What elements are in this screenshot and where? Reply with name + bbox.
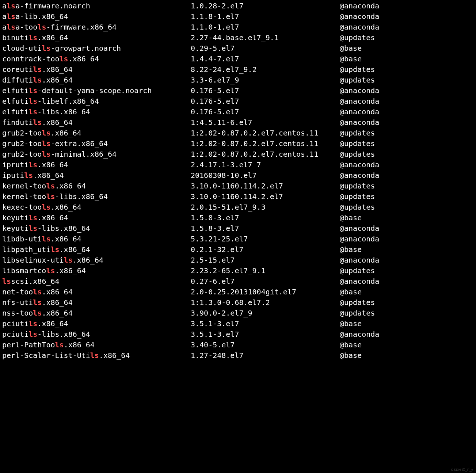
package-row: keyutils-libs.x86_641.5.8-3.el7@anaconda bbox=[2, 223, 474, 234]
match-highlight: ls bbox=[28, 107, 37, 116]
package-name: libselinux-utils.x86_64 bbox=[2, 255, 191, 266]
package-version: 1.4.4-7.el7 bbox=[191, 54, 340, 64]
package-repo: @anaconda bbox=[340, 234, 474, 244]
package-version: 2.27-44.base.el7_9.1 bbox=[191, 33, 340, 43]
package-row: alsa-lib.x86_641.1.8-1.el7@anaconda bbox=[2, 11, 474, 22]
package-name: net-tools.x86_64 bbox=[2, 287, 191, 297]
package-name: lsscsi.x86_64 bbox=[2, 276, 191, 287]
match-highlight: ls bbox=[42, 234, 50, 243]
match-highlight: ls bbox=[7, 23, 15, 31]
match-highlight: ls bbox=[42, 44, 50, 53]
match-highlight: ls bbox=[33, 287, 42, 296]
match-highlight: ls bbox=[55, 340, 64, 349]
package-repo: @anaconda bbox=[340, 223, 474, 234]
package-repo: @updates bbox=[340, 128, 474, 138]
package-row: coreutils.x86_648.22-24.el7_9.2@updates bbox=[2, 64, 474, 75]
package-row: lsscsi.x86_640.27-6.el7@anaconda bbox=[2, 276, 474, 287]
package-version: 3.3-6.el7_9 bbox=[191, 75, 340, 85]
package-version: 0.27-6.el7 bbox=[191, 276, 340, 287]
terminal-output[interactable]: alsa-firmware.noarch1.0.28-2.el7@anacond… bbox=[0, 0, 476, 361]
package-version: 5.3.21-25.el7 bbox=[191, 234, 340, 244]
package-repo: @anaconda bbox=[340, 276, 474, 287]
package-version: 0.176-5.el7 bbox=[191, 107, 340, 117]
package-version: 1:4.5.11-6.el7 bbox=[191, 117, 340, 128]
package-row: grub2-tools.x86_641:2.02-0.87.0.2.el7.ce… bbox=[2, 128, 474, 138]
match-highlight: ls bbox=[60, 54, 68, 63]
package-name: iprutils.x86_64 bbox=[2, 160, 191, 170]
match-highlight: ls bbox=[28, 224, 37, 233]
package-version: 1.27-248.el7 bbox=[191, 350, 340, 361]
package-version: 20160308-10.el7 bbox=[191, 170, 340, 181]
package-name: elfutils-libs.x86_64 bbox=[2, 107, 191, 117]
match-highlight: ls bbox=[33, 309, 42, 317]
package-row: nfs-utils.x86_641:1.3.0-0.68.el7.2@updat… bbox=[2, 297, 474, 308]
package-row: libpath_utils.x86_640.2.1-32.el7@base bbox=[2, 244, 474, 255]
package-repo: @anaconda bbox=[340, 170, 474, 181]
package-repo: @updates bbox=[340, 181, 474, 191]
package-version: 1.1.0-1.el7 bbox=[191, 22, 340, 33]
package-version: 1.5.8-3.el7 bbox=[191, 223, 340, 234]
match-highlight: ls bbox=[33, 298, 42, 307]
match-highlight: ls bbox=[42, 139, 50, 148]
match-highlight: ls bbox=[37, 23, 46, 31]
package-row: perl-Scalar-List-Utils.x86_641.27-248.el… bbox=[2, 350, 474, 361]
package-repo: @anaconda bbox=[340, 107, 474, 117]
package-repo: @anaconda bbox=[340, 1, 474, 11]
package-version: 3.5.1-3.el7 bbox=[191, 329, 340, 340]
package-repo: @updates bbox=[340, 266, 474, 276]
package-name: perl-Scalar-List-Utils.x86_64 bbox=[2, 350, 191, 361]
package-name: iputils.x86_64 bbox=[2, 170, 191, 181]
package-row: alsa-firmware.noarch1.0.28-2.el7@anacond… bbox=[2, 1, 474, 11]
package-repo: @base bbox=[340, 340, 474, 350]
package-version: 3.5.1-3.el7 bbox=[191, 318, 340, 329]
package-repo: @anaconda bbox=[340, 85, 474, 96]
package-row: elfutils-libelf.x86_640.176-5.el7@anacon… bbox=[2, 96, 474, 107]
package-version: 0.176-5.el7 bbox=[191, 96, 340, 107]
package-version: 2.0-0.25.20131004git.el7 bbox=[191, 287, 340, 297]
package-repo: @updates bbox=[340, 64, 474, 75]
package-row: keyutils.x86_641.5.8-3.el7@base bbox=[2, 213, 474, 223]
package-name: nss-tools.x86_64 bbox=[2, 308, 191, 318]
package-row: pciutils.x86_643.5.1-3.el7@base bbox=[2, 318, 474, 329]
package-row: nss-tools.x86_643.90.0-2.el7_9@updates bbox=[2, 308, 474, 318]
package-row: grub2-tools-extra.x86_641:2.02-0.87.0.2.… bbox=[2, 138, 474, 149]
package-row: libdb-utils.x86_645.3.21-25.el7@anaconda bbox=[2, 234, 474, 244]
package-row: net-tools.x86_642.0-0.25.20131004git.el7… bbox=[2, 287, 474, 297]
match-highlight: ls bbox=[90, 351, 99, 360]
package-name: cloud-utils-growpart.noarch bbox=[2, 43, 191, 54]
package-row: pciutils-libs.x86_643.5.1-3.el7@anaconda bbox=[2, 329, 474, 340]
match-highlight: ls bbox=[33, 65, 42, 74]
match-highlight: ls bbox=[28, 97, 37, 106]
package-version: 1:2.02-0.87.0.2.el7.centos.11 bbox=[191, 149, 340, 160]
package-version: 1:2.02-0.87.0.2.el7.centos.11 bbox=[191, 138, 340, 149]
package-version: 2.0.15-51.el7_9.3 bbox=[191, 202, 340, 213]
package-version: 1.1.8-1.el7 bbox=[191, 11, 340, 22]
package-repo: @updates bbox=[340, 138, 474, 149]
match-highlight: ls bbox=[28, 213, 37, 222]
match-highlight: ls bbox=[46, 192, 55, 201]
package-name: coreutils.x86_64 bbox=[2, 64, 191, 75]
package-name: alsa-firmware.noarch bbox=[2, 1, 191, 11]
package-name: pciutils-libs.x86_64 bbox=[2, 329, 191, 340]
package-row: perl-PathTools.x86_643.40-5.el7@base bbox=[2, 340, 474, 350]
match-highlight: ls bbox=[42, 203, 50, 211]
package-row: diffutils.x86_643.3-6.el7_9@updates bbox=[2, 75, 474, 85]
match-highlight: ls bbox=[28, 160, 37, 169]
match-highlight: ls bbox=[42, 129, 50, 137]
match-highlight: ls bbox=[24, 171, 33, 180]
package-repo: @base bbox=[340, 244, 474, 255]
match-highlight: ls bbox=[33, 76, 42, 84]
package-name: grub2-tools.x86_64 bbox=[2, 128, 191, 138]
package-repo: @anaconda bbox=[340, 255, 474, 266]
package-name: nfs-utils.x86_64 bbox=[2, 297, 191, 308]
match-highlight: ls bbox=[28, 319, 37, 328]
package-repo: @base bbox=[340, 318, 474, 329]
match-highlight: ls bbox=[2, 277, 11, 286]
package-version: 3.10.0-1160.114.2.el7 bbox=[191, 191, 340, 202]
package-version: 0.2.1-32.el7 bbox=[191, 244, 340, 255]
package-repo: @updates bbox=[340, 202, 474, 213]
package-row: libsmartcols.x86_642.23.2-65.el7_9.1@upd… bbox=[2, 266, 474, 276]
package-name: grub2-tools-extra.x86_64 bbox=[2, 138, 191, 149]
watermark: CSDN @_F_y bbox=[451, 468, 473, 472]
package-row: grub2-tools-minimal.x86_641:2.02-0.87.0.… bbox=[2, 149, 474, 160]
